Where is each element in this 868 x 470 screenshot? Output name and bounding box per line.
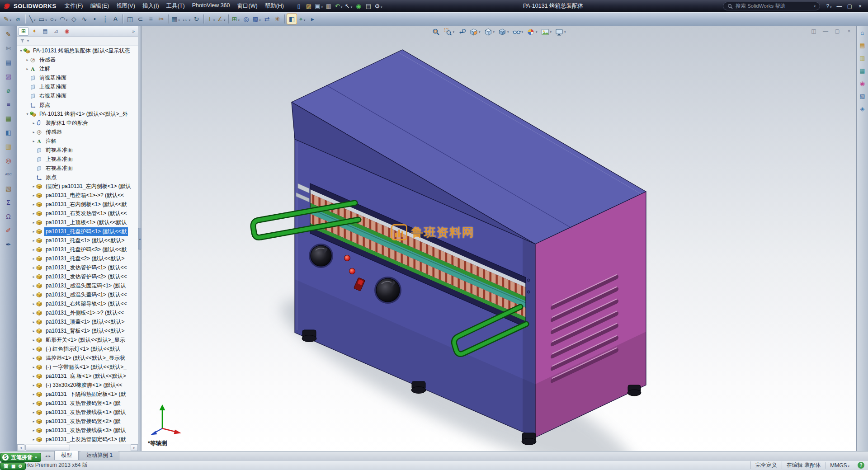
tree-item[interactable]: 右视基准面 <box>17 164 138 173</box>
sketch-text-icon[interactable]: A <box>110 14 121 24</box>
save-icon[interactable]: ▣▾ <box>314 2 324 10</box>
tree-expander-icon[interactable]: ▸ <box>31 248 36 252</box>
tree-expander-icon[interactable]: ▸ <box>25 67 30 71</box>
menu-photoview-360[interactable]: PhotoView 360 <box>189 1 234 11</box>
status-help-icon[interactable]: ? <box>858 462 864 469</box>
offset-entities-icon[interactable]: ≡ <box>146 14 156 24</box>
tree-item[interactable]: ▸(-) 33x30x20橡胶脚<1> (默认<< <box>17 381 138 390</box>
tree-item[interactable]: ▸pa10131_电控箱<1>->? (默认<< <box>17 191 138 200</box>
tree-item[interactable]: 右视基准面 <box>17 91 138 100</box>
tree-item[interactable]: ▸pa10131_右烤架导轨<1> (默认<< <box>17 299 138 308</box>
scissors-tool-icon[interactable]: ✄ <box>3 44 14 53</box>
oven-3d-model[interactable] <box>142 26 856 451</box>
tree-item[interactable]: ▸A注解 <box>17 64 138 73</box>
panel-splitter[interactable]: ◂ <box>138 26 142 451</box>
tree-item[interactable]: 前视基准面 <box>17 73 138 82</box>
menu-tools[interactable]: 工具(T) <box>163 1 189 11</box>
view-palette-icon[interactable]: ▦ <box>858 67 867 75</box>
section-view-icon[interactable]: ◧ <box>287 14 297 24</box>
zoom-fit-icon[interactable] <box>431 28 441 37</box>
previous-view-icon[interactable] <box>457 28 467 37</box>
tree-expander-icon[interactable]: ▸ <box>31 130 36 134</box>
filter-dropdown-icon[interactable]: ▼ <box>26 39 30 43</box>
tree-expander-icon[interactable]: ▸ <box>31 392 36 396</box>
tree-expander-icon[interactable]: ▸ <box>31 428 36 432</box>
move-component-icon[interactable]: ⇄ <box>262 14 272 24</box>
mass-properties-icon[interactable]: ≡ <box>3 100 14 109</box>
close-doc-icon[interactable]: × <box>845 28 853 34</box>
control-knob-bottom[interactable] <box>374 277 401 304</box>
open-document-icon[interactable]: ▨ <box>304 2 314 10</box>
tree-expander-icon[interactable]: ▸ <box>31 329 36 333</box>
tab-scroll-right-icon[interactable]: ▸ <box>49 454 51 458</box>
maximize-button[interactable]: ▢ <box>844 2 855 10</box>
tree-item[interactable]: ▸pa10131_上顶板<1> (默认<<默认 <box>17 218 138 227</box>
restore-doc-icon[interactable]: ▢ <box>834 28 841 34</box>
convert-entities-icon[interactable]: ⊂ <box>135 14 146 24</box>
circle-icon[interactable]: ○▾ <box>48 14 58 24</box>
indicator-light-2[interactable] <box>349 268 355 274</box>
tab-model[interactable]: 模型 <box>54 451 79 460</box>
tree-item[interactable]: ▸pa10131_发热管接码竖<2> (默 <box>17 417 138 426</box>
minimize-doc-icon[interactable]: — <box>822 28 829 34</box>
quick-snaps-icon[interactable]: ∠▾ <box>216 14 226 24</box>
tree-item[interactable]: ▸pa10131_下隔棉热固定板<1> (默 <box>17 390 138 399</box>
tree-expander-icon[interactable]: ▸ <box>31 202 36 207</box>
undo-icon[interactable]: ↶▾ <box>334 2 344 10</box>
rotate-entities-icon[interactable]: ↻ <box>191 14 202 24</box>
tree-expander-icon[interactable]: ▾ <box>25 112 30 116</box>
tree-expander-icon[interactable]: ▸ <box>31 121 36 125</box>
tree-item[interactable]: 原点 <box>17 100 138 109</box>
exploded-view-icon[interactable]: ✳ <box>272 14 283 24</box>
tree-item[interactable]: ▸(-) 红色指示灯<1> (默认<<默认 <box>17 344 138 353</box>
tab-propertymanager[interactable]: ✦ <box>29 27 39 36</box>
zoom-area-icon[interactable]: ▾ <box>443 28 455 37</box>
tree-item[interactable]: 上视基准面 <box>17 82 138 91</box>
tree-expander-icon[interactable]: ▸ <box>31 437 36 442</box>
tree-item[interactable]: ▸传感器 <box>17 55 138 64</box>
tree-expander-icon[interactable]: ▸ <box>31 284 36 288</box>
tree-expander-icon[interactable]: ▸ <box>31 293 36 297</box>
display-style-icon[interactable]: ▾ <box>497 28 510 37</box>
view-settings-icon[interactable]: ▾ <box>554 28 567 37</box>
cascade-windows-icon[interactable]: ◫ <box>810 28 817 34</box>
tree-expander-icon[interactable]: ▸ <box>31 193 36 197</box>
minimize-button[interactable]: — <box>834 2 844 10</box>
appearances-scenes-icon[interactable]: ◉ <box>858 80 867 88</box>
tree-expander-icon[interactable]: ▸ <box>31 139 36 143</box>
tab-displaymanager[interactable]: ◉ <box>62 27 72 36</box>
tree-item[interactable]: ▸传感器 <box>17 127 138 136</box>
tree-item[interactable]: ▸温控器<1> (默认<<默认>_显示状 <box>17 353 138 362</box>
tree-expander-icon[interactable]: ▸ <box>31 410 36 414</box>
tree-item[interactable]: ▸pa10131_托盘<2> (默认<<默认> <box>17 254 138 263</box>
file-explorer-icon[interactable]: ▥ <box>858 54 867 62</box>
tree-expander-icon[interactable]: ▸ <box>31 374 36 378</box>
insert-component-icon[interactable]: ⊞▾ <box>231 14 241 24</box>
arc-icon[interactable]: ◠▾ <box>58 14 69 24</box>
display-relations-icon[interactable]: ⊥▾ <box>206 14 216 24</box>
centerline-icon[interactable]: ┊ <box>100 14 110 24</box>
tree-expander-icon[interactable]: ▸ <box>31 356 36 360</box>
scroll-left-button[interactable]: ◂ <box>17 444 24 451</box>
scrollbar-thumb[interactable] <box>25 445 70 451</box>
component-pattern-icon[interactable]: ▩▾ <box>251 14 262 24</box>
options-icon[interactable]: ⚙▾ <box>373 2 383 10</box>
tree-expander-icon[interactable]: ▸ <box>31 401 36 405</box>
tree-item[interactable]: ▸pa10131_感温头盖码<1> (默认<< <box>17 290 138 299</box>
new-document-icon[interactable]: ▯ <box>294 2 304 10</box>
tree-item[interactable]: ▸装配体1 中的配合 <box>17 118 138 127</box>
help-search-box[interactable]: 搜索 SolidWorks 帮助 ▾ <box>723 2 820 10</box>
tree-expander-icon[interactable]: ▸ <box>31 212 36 216</box>
ime-expand-icon[interactable]: » <box>35 455 37 460</box>
apply-scene-icon[interactable]: ▾ <box>540 28 553 37</box>
clipboard-icon[interactable]: ▤ <box>3 58 14 67</box>
tree-item[interactable]: 上视基准面 <box>17 155 138 164</box>
close-button[interactable]: × <box>855 2 865 10</box>
pencil-tool-icon[interactable]: ✎ <box>3 30 14 39</box>
tree-expander-icon[interactable]: ▸ <box>31 302 36 306</box>
tree-item[interactable]: ▸pa10131_右内侧板<1> (默认<<默 <box>17 200 138 209</box>
measure-tool-icon[interactable]: ⌀ <box>3 86 14 95</box>
scroll-right-button[interactable]: ▸ <box>131 444 138 451</box>
tree-item[interactable]: ▸(固定) pa10131_左内侧板<1> (默认 <box>17 182 138 191</box>
panel-scrollbar[interactable]: ◂ ▸ <box>17 444 138 451</box>
